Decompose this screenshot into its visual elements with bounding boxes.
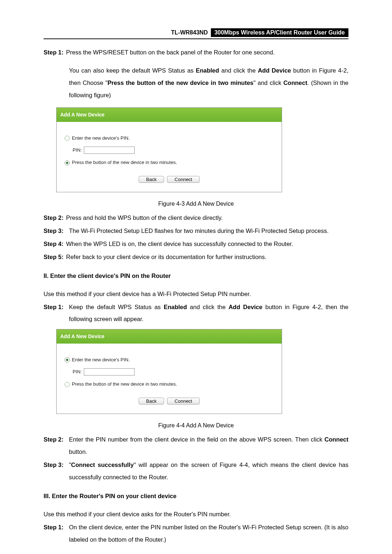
radio-icon (65, 357, 70, 362)
radio-icon (65, 382, 70, 387)
connect-button[interactable]: Connect (167, 176, 200, 183)
panel-title: Add A New Device (57, 329, 282, 344)
add-device-panel-2: Add A New Device Enter the new device's … (56, 329, 282, 414)
add-device-panel-1: Add A New Device Enter the new device's … (56, 107, 282, 192)
radio-press-button[interactable]: Press the button of the new device in tw… (65, 157, 274, 168)
step-5: Step 5:Refer back to your client device … (44, 251, 348, 263)
section-iii-intro: Use this method if your client device as… (44, 508, 348, 521)
section-ii-heading: II. Enter the client device's PIN on the… (44, 270, 348, 282)
step-1-continued: You can also keep the default WPS Status… (69, 65, 348, 101)
radio-enter-pin[interactable]: Enter the new device's PIN. (65, 354, 274, 366)
guide-title: 300Mbps Wireless AP/Client Router User G… (211, 28, 348, 37)
figure-4-4-caption: Figure 4-4 Add A New Device (44, 420, 348, 432)
radio-press-button[interactable]: Press the button of the new device in tw… (65, 379, 274, 390)
back-button[interactable]: Back (139, 176, 164, 183)
pin-input[interactable] (84, 147, 135, 154)
pin-label: PIN: (73, 367, 82, 377)
section-ii-intro: Use this method if your client device ha… (44, 288, 348, 300)
header-rule (44, 38, 348, 39)
step-2: Step 2:Press and hold the WPS button of … (44, 212, 348, 224)
pin-label: PIN: (73, 145, 82, 155)
figure-4-3-caption: Figure 4-3 Add A New Device (44, 198, 348, 210)
radio-enter-pin[interactable]: Enter the new device's PIN. (65, 133, 274, 144)
pin-row: PIN: (65, 366, 274, 379)
back-button[interactable]: Back (139, 398, 164, 405)
section-ii-step-3: Step 3: "Connect successfully" will appe… (44, 459, 348, 484)
model-label: TL-WR843ND (168, 28, 211, 37)
pin-row: PIN: (65, 144, 274, 157)
connect-button[interactable]: Connect (167, 398, 200, 405)
step-4: Step 4:When the WPS LED is on, the clien… (44, 238, 348, 250)
step-1: Step 1:Press the WPS/RESET button on the… (44, 46, 348, 59)
page-header: TL-WR843ND300Mbps Wireless AP/Client Rou… (44, 28, 348, 37)
step-3: Step 3:The Wi-Fi Protected Setup LED fla… (44, 225, 348, 237)
section-iii-step-1: Step 1: On the client device, enter the … (44, 521, 348, 546)
pin-input[interactable] (84, 368, 135, 376)
section-iii-heading: III. Enter the Router's PIN on your clie… (44, 490, 348, 502)
radio-icon (65, 160, 70, 165)
radio-icon (65, 136, 70, 141)
section-ii-step-1: Step 1: Keep the default WPS Status as E… (44, 301, 348, 326)
section-ii-step-2: Step 2: Enter the PIN number from the cl… (44, 434, 348, 458)
panel-title: Add A New Device (57, 108, 282, 122)
